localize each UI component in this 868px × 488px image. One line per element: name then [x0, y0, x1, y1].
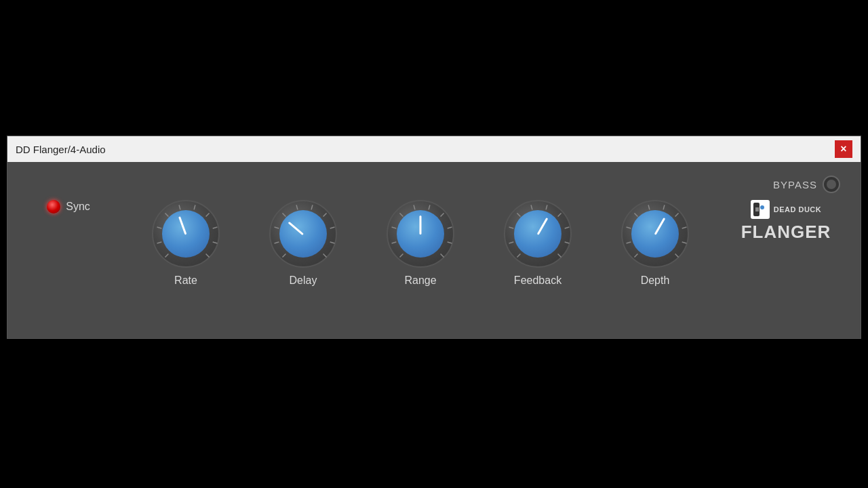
svg-line-37: [565, 227, 570, 228]
plugin-window: DD Flanger/4-Audio × BYPASS Sync: [7, 136, 861, 339]
svg-line-7: [213, 227, 218, 228]
product-text: FLANGER: [741, 222, 831, 243]
svg-line-32: [509, 227, 514, 228]
svg-line-12: [275, 227, 279, 228]
controls-row: Sync: [28, 200, 840, 287]
close-button[interactable]: ×: [835, 140, 852, 158]
svg-line-17: [330, 227, 335, 228]
duck-icon: [751, 200, 770, 219]
bypass-button-inner: [827, 180, 836, 189]
range-knob[interactable]: [387, 200, 454, 268]
svg-line-15: [311, 205, 313, 210]
svg-line-34: [531, 205, 532, 210]
svg-line-33: [517, 213, 520, 216]
svg-line-22: [392, 227, 397, 228]
plugin-body: BYPASS Sync: [7, 162, 861, 338]
depth-knob-inner: [631, 210, 679, 258]
knob-group-feedback: Feedback: [504, 200, 572, 287]
logo-area: DEAD DUCK FLANGER: [738, 200, 833, 243]
svg-line-13: [282, 213, 285, 216]
svg-line-28: [448, 242, 452, 243]
svg-line-19: [323, 254, 327, 258]
svg-line-6: [206, 213, 210, 216]
svg-line-23: [399, 213, 403, 216]
svg-line-9: [206, 254, 210, 258]
depth-label: Depth: [641, 274, 670, 287]
sync-inner: Sync: [47, 200, 90, 214]
svg-line-41: [627, 242, 631, 243]
svg-line-29: [441, 254, 444, 258]
feedback-knob-inner: [514, 210, 561, 258]
feedback-indicator: [537, 218, 549, 235]
svg-line-49: [675, 254, 679, 258]
svg-line-0: [165, 254, 168, 258]
range-indicator: [420, 216, 422, 235]
svg-line-46: [675, 213, 679, 216]
window-title: DD Flanger/4-Audio: [16, 144, 106, 155]
delay-knob-inner: [279, 210, 327, 258]
range-knob-inner: [397, 210, 444, 258]
delay-knob-outer[interactable]: [269, 200, 337, 268]
sync-led[interactable]: [47, 200, 60, 214]
svg-line-8: [213, 242, 218, 243]
svg-line-30: [517, 254, 520, 258]
rate-label: Rate: [174, 274, 197, 287]
feedback-knob[interactable]: [504, 200, 572, 268]
svg-line-48: [682, 242, 687, 243]
svg-line-31: [509, 242, 514, 243]
svg-line-14: [296, 205, 298, 210]
depth-indicator: [654, 218, 666, 235]
title-bar: DD Flanger/4-Audio ×: [7, 136, 861, 162]
svg-line-45: [663, 205, 665, 210]
svg-line-20: [399, 254, 403, 258]
svg-line-42: [627, 227, 631, 228]
range-knob-outer[interactable]: [387, 200, 454, 268]
rate-knob-outer[interactable]: [152, 200, 220, 268]
svg-line-47: [682, 227, 687, 228]
delay-indicator: [288, 222, 304, 235]
depth-knob[interactable]: [621, 200, 689, 268]
svg-line-1: [157, 242, 162, 243]
svg-line-26: [441, 213, 444, 216]
rate-knob-inner: [162, 210, 210, 258]
delay-label: Delay: [290, 274, 317, 287]
svg-line-16: [323, 213, 327, 216]
svg-line-27: [448, 227, 452, 228]
knob-group-delay: Delay: [269, 200, 337, 287]
svg-line-5: [194, 205, 195, 210]
svg-line-44: [648, 205, 650, 210]
svg-line-18: [330, 242, 335, 243]
knob-group-depth: Depth: [621, 200, 689, 287]
svg-line-39: [558, 254, 561, 258]
sync-label: Sync: [66, 201, 90, 213]
svg-line-36: [558, 213, 561, 216]
delay-knob[interactable]: [269, 200, 337, 268]
bypass-area: BYPASS: [28, 176, 840, 193]
rate-knob[interactable]: [152, 200, 220, 268]
svg-line-43: [634, 213, 637, 216]
feedback-label: Feedback: [514, 274, 561, 287]
svg-point-52: [760, 205, 764, 209]
knob-group-rate: Rate: [152, 200, 220, 287]
svg-line-40: [634, 254, 637, 258]
svg-line-11: [275, 242, 279, 243]
brand-text: DEAD DUCK: [774, 205, 822, 214]
svg-line-38: [565, 242, 570, 243]
svg-line-24: [414, 205, 415, 210]
rate-indicator: [178, 216, 186, 235]
range-label: Range: [404, 274, 436, 287]
svg-line-4: [179, 205, 180, 210]
knob-group-range: Range: [387, 200, 454, 287]
svg-line-3: [165, 213, 168, 216]
dead-duck-logo: DEAD DUCK: [751, 200, 822, 219]
svg-line-25: [429, 205, 430, 210]
svg-line-10: [282, 254, 285, 258]
svg-line-2: [157, 227, 162, 228]
bypass-label: BYPASS: [773, 179, 817, 190]
svg-line-21: [392, 242, 397, 243]
bypass-button[interactable]: [823, 176, 840, 193]
feedback-knob-outer[interactable]: [504, 200, 572, 268]
svg-line-35: [546, 205, 547, 210]
sync-control: Sync: [35, 200, 102, 220]
depth-knob-outer[interactable]: [621, 200, 689, 268]
